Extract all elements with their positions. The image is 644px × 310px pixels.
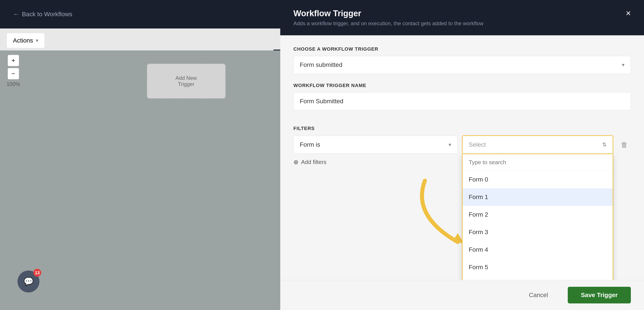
panel-title: Workflow Trigger bbox=[294, 9, 484, 18]
filters-label: FILTERS bbox=[294, 126, 631, 131]
dropdown-item-form3[interactable]: Form 3 bbox=[462, 223, 613, 241]
trigger-name-input[interactable] bbox=[294, 92, 631, 110]
filter-row: Form is ▾ Select ⇅ Form 0 bbox=[294, 135, 631, 154]
add-trigger-block[interactable]: Add New Trigger bbox=[147, 64, 226, 99]
actions-dropdown-button[interactable]: Actions ▾ bbox=[6, 33, 45, 48]
cancel-button[interactable]: Cancel bbox=[516, 287, 561, 303]
zoom-level: 100% bbox=[6, 81, 20, 87]
trigger-name-section: WORKFLOW TRIGGER NAME bbox=[294, 83, 631, 119]
filter-value-arrows: ⇅ bbox=[602, 142, 606, 148]
choose-trigger-section: CHOOSE A WORKFLOW TRIGGER Form submitted… bbox=[294, 46, 631, 74]
trigger-type-chevron: ▾ bbox=[622, 62, 624, 68]
trigger-type-select[interactable]: Form submitted ▾ bbox=[294, 56, 631, 74]
chat-icon-symbol: 💬 bbox=[24, 277, 34, 286]
filters-section: FILTERS Form is ▾ Select ⇅ bbox=[294, 126, 631, 166]
dropdown-search-input[interactable] bbox=[462, 154, 613, 171]
filter-value-placeholder: Select bbox=[469, 141, 486, 148]
filter-value-dropdown-list: Form 0 Form 1 Form 2 Form 3 Form 4 bbox=[462, 154, 613, 280]
panel-header-text: Workflow Trigger Adds a workflow trigger… bbox=[294, 9, 484, 27]
dropdown-item-form2[interactable]: Form 2 bbox=[462, 206, 613, 223]
chat-button[interactable]: 💬 13 bbox=[18, 270, 40, 292]
back-to-workflows-link[interactable]: ← Back to Workflows bbox=[13, 11, 72, 18]
add-filters-circle-icon: ⊕ bbox=[294, 159, 298, 166]
zoom-in-button[interactable]: + bbox=[8, 55, 19, 66]
filter-condition-value: Form is bbox=[300, 141, 320, 148]
dropdown-item-form0[interactable]: Form 0 bbox=[462, 171, 613, 188]
filter-value-container: Select ⇅ Form 0 Form 1 Form 2 bbox=[462, 135, 613, 154]
zoom-out-button[interactable]: − bbox=[8, 68, 19, 79]
panel-header: Workflow Trigger Adds a workflow trigger… bbox=[280, 0, 644, 35]
workflow-trigger-panel: Workflow Trigger Adds a workflow trigger… bbox=[280, 0, 644, 310]
plus-icon: + bbox=[12, 57, 15, 64]
filter-condition-chevron: ▾ bbox=[448, 142, 451, 148]
trigger-block-label: Add New Trigger bbox=[176, 75, 197, 87]
dropdown-item-form4[interactable]: Form 4 bbox=[462, 241, 613, 258]
minus-icon: − bbox=[12, 70, 15, 77]
save-trigger-button[interactable]: Save Trigger bbox=[568, 287, 631, 303]
dropdown-item-form5[interactable]: Form 5 bbox=[462, 258, 613, 276]
panel-body: CHOOSE A WORKFLOW TRIGGER Form submitted… bbox=[280, 35, 644, 280]
chevron-down-icon: ▾ bbox=[36, 38, 38, 44]
close-panel-button[interactable]: × bbox=[626, 9, 631, 18]
dropdown-item-form1[interactable]: Form 1 bbox=[462, 188, 613, 206]
choose-trigger-label: CHOOSE A WORKFLOW TRIGGER bbox=[294, 46, 631, 52]
chat-badge: 13 bbox=[33, 269, 41, 277]
back-label: Back to Workflows bbox=[22, 11, 72, 18]
filter-condition-select[interactable]: Form is ▾ bbox=[294, 136, 458, 154]
trigger-type-value: Form submitted bbox=[300, 61, 342, 68]
back-arrow-icon: ← bbox=[13, 11, 19, 18]
panel-subtitle: Adds a workflow trigger, and on executio… bbox=[294, 20, 484, 27]
zoom-controls: + − 100% bbox=[6, 55, 20, 87]
filter-value-select[interactable]: Select ⇅ bbox=[462, 135, 613, 154]
panel-footer: Cancel Save Trigger bbox=[280, 280, 644, 310]
add-filters-label: Add filters bbox=[301, 159, 326, 166]
delete-filter-button[interactable]: 🗑 bbox=[618, 138, 631, 151]
trash-icon: 🗑 bbox=[621, 141, 628, 149]
actions-label: Actions bbox=[13, 37, 33, 44]
trigger-name-label: WORKFLOW TRIGGER NAME bbox=[294, 83, 631, 88]
dropdown-item-form6[interactable]: Form 6 bbox=[462, 276, 613, 280]
